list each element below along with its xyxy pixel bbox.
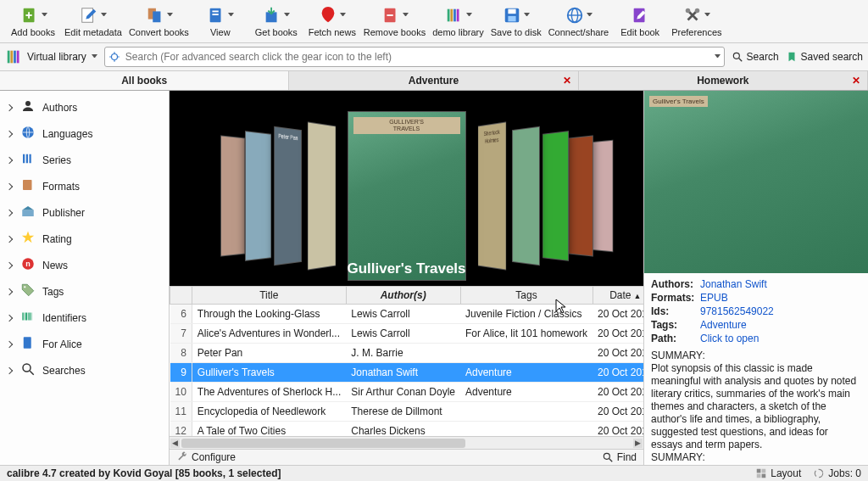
table-row[interactable]: 12 A Tale of Two Cities Charles Dickens … <box>170 422 644 437</box>
svg-rect-25 <box>8 51 10 64</box>
svg-line-54 <box>30 371 34 375</box>
chevron-down-icon[interactable] <box>42 13 47 19</box>
cell-date: 20 Oct 2010 <box>593 305 643 324</box>
cover-item[interactable]: SherlockHolmes <box>477 122 505 271</box>
row-number: 11 <box>170 402 192 422</box>
get-books-button[interactable]: Get books <box>248 3 304 39</box>
connect-share-button[interactable]: Connect/share <box>545 3 613 39</box>
series-icon <box>20 151 36 169</box>
column-header-tags[interactable]: Tags <box>460 287 593 305</box>
sidebar-item-series[interactable]: Series <box>0 147 169 173</box>
cover-item[interactable] <box>307 122 335 271</box>
chevron-down-icon[interactable] <box>587 13 593 19</box>
svg-line-35 <box>738 59 742 62</box>
sidebar-item-for-alice[interactable]: For Alice <box>0 331 169 357</box>
chevron-down-icon[interactable] <box>167 13 173 19</box>
find-button[interactable]: Find <box>602 451 637 463</box>
svg-point-23 <box>686 8 691 14</box>
svg-text:n: n <box>25 260 31 268</box>
convert-books-button[interactable]: Convert books <box>125 3 192 39</box>
chevron-down-icon[interactable] <box>340 13 346 19</box>
chevron-down-icon[interactable] <box>101 13 107 19</box>
sidebar-item-formats[interactable]: Formats <box>0 173 169 199</box>
chevron-down-icon[interactable] <box>704 13 710 19</box>
save-disk-button[interactable]: Save to disk <box>487 3 545 39</box>
column-header-title[interactable]: Title <box>192 287 346 305</box>
column-header-authors[interactable]: Author(s) <box>346 287 460 305</box>
cover-item[interactable] <box>220 136 245 257</box>
tab-adventure[interactable]: Adventure✕ <box>289 71 578 90</box>
tab-homework[interactable]: Homework✕ <box>579 71 868 90</box>
cover-item-selected[interactable]: GULLIVER'STRAVELS <box>348 111 466 281</box>
row-number-header[interactable] <box>170 287 192 305</box>
scroll-left-arrow[interactable]: ◀ <box>170 439 180 448</box>
svg-rect-12 <box>448 9 450 22</box>
svg-rect-26 <box>10 51 13 64</box>
book-cover[interactable]: Gulliver's Travels <box>644 91 868 273</box>
sidebar-item-identifiers[interactable]: Identifiers <box>0 305 169 331</box>
library-button[interactable]: demo library <box>429 3 487 39</box>
fetch-news-button[interactable]: Fetch news <box>304 3 360 39</box>
table-row[interactable]: 11 Encyclopedia of Needlework Therese de… <box>170 402 644 422</box>
table-row[interactable]: 6 Through the Looking-Glass Lewis Carrol… <box>170 305 644 324</box>
layout-button[interactable]: Layout <box>755 467 801 479</box>
edit-book-button[interactable]: Edit book <box>612 3 668 39</box>
cover-item[interactable] <box>542 131 568 261</box>
chevron-down-icon[interactable] <box>466 13 472 19</box>
scroll-thumb[interactable] <box>181 439 465 448</box>
column-header-date[interactable]: Date▲ <box>593 287 643 305</box>
gear-icon[interactable] <box>108 51 120 63</box>
summary-text: Plot synopsis of this classic is made me… <box>651 362 861 451</box>
configure-button[interactable]: Configure <box>176 451 236 463</box>
chevron-down-icon[interactable] <box>284 13 290 19</box>
meta-ids-link[interactable]: 9781562549022 <box>700 305 861 317</box>
virtual-library-button[interactable]: Virtual library <box>5 48 97 66</box>
sidebar-item-news[interactable]: nNews <box>0 252 169 278</box>
cell-title: A Tale of Two Cities <box>192 422 346 437</box>
preferences-button[interactable]: Preferences <box>668 3 725 39</box>
search-input[interactable] <box>124 49 713 64</box>
cover-item[interactable] <box>512 126 540 266</box>
sidebar-label: Rating <box>42 233 72 245</box>
saved-search-button[interactable]: Saved search <box>786 51 863 63</box>
sidebar-item-authors[interactable]: Authors <box>0 94 169 120</box>
horizontal-scrollbar[interactable]: ◀ ▶ <box>170 436 643 449</box>
chevron-down-icon[interactable] <box>524 13 530 19</box>
table-row[interactable]: 7 Alice's Adventures in Wonderl... Lewis… <box>170 324 644 344</box>
meta-authors-link[interactable]: Jonathan Swift <box>700 278 861 290</box>
scroll-right-arrow[interactable]: ▶ <box>633 439 643 448</box>
jobs-spinner-icon <box>813 467 825 479</box>
cover-item[interactable] <box>245 131 271 261</box>
chevron-down-icon[interactable] <box>228 13 234 19</box>
sidebar-item-rating[interactable]: Rating <box>0 226 169 252</box>
meta-tags-link[interactable]: Adventure <box>700 319 861 331</box>
sidebar-item-publisher[interactable]: Publisher <box>0 199 169 226</box>
cover-item[interactable] <box>568 136 593 257</box>
chevron-right-icon <box>6 288 13 294</box>
meta-formats-link[interactable]: EPUB <box>700 292 861 304</box>
sidebar-item-languages[interactable]: Languages <box>0 120 169 147</box>
add-books-button[interactable]: Add books <box>5 3 61 39</box>
table-row[interactable]: 9 Gulliver's Travels Jonathan Swift Adve… <box>170 363 644 383</box>
chevron-down-icon[interactable] <box>403 13 409 19</box>
close-icon[interactable]: ✕ <box>563 75 571 87</box>
table-row[interactable]: 10 The Adventures of Sherlock H... Sir A… <box>170 383 644 402</box>
edit-metadata-icon <box>79 5 99 25</box>
close-icon[interactable]: ✕ <box>852 75 860 87</box>
cover-item[interactable] <box>591 140 613 253</box>
remove-books-button[interactable]: Remove books <box>360 3 429 39</box>
search-button[interactable]: Search <box>732 51 779 63</box>
cover-item[interactable]: Peter Pan <box>274 126 302 266</box>
edit-metadata-button[interactable]: Edit metadata <box>61 3 125 39</box>
sidebar-item-tags[interactable]: Tags <box>0 278 169 305</box>
chevron-down-icon[interactable] <box>715 54 721 60</box>
jobs-button[interactable]: Jobs: 0 <box>813 467 861 479</box>
cover-flow[interactable]: Peter Pan GULLIVER'STRAVELS SherlockHolm… <box>170 91 643 286</box>
tab-all-books[interactable]: All books <box>0 71 289 90</box>
sidebar-item-searches[interactable]: Searches <box>0 357 169 383</box>
table-row[interactable]: 8 Peter Pan J. M. Barrie 20 Oct 2010 <box>170 344 644 363</box>
view-button[interactable]: View <box>192 3 248 39</box>
meta-path-link[interactable]: Click to open <box>700 333 861 344</box>
row-number: 6 <box>170 305 192 324</box>
row-number: 8 <box>170 344 192 363</box>
